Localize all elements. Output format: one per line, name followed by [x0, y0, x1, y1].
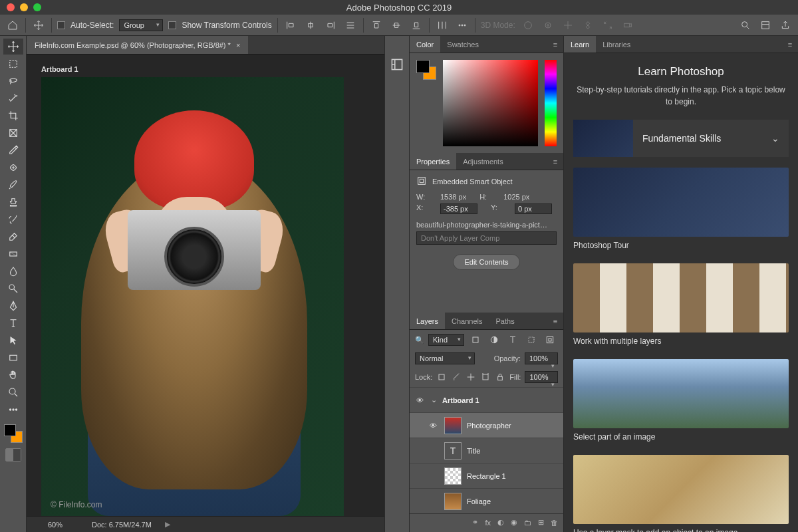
color-field[interactable] — [443, 60, 538, 146]
distribute-icon[interactable] — [435, 18, 450, 33]
zoom-window-button[interactable] — [33, 3, 41, 11]
eraser-tool[interactable] — [3, 229, 23, 245]
filter-adjustment-icon[interactable] — [487, 332, 501, 347]
path-selection-tool[interactable] — [3, 332, 23, 348]
chevron-down-icon[interactable]: ⌄ — [431, 396, 437, 404]
learn-body[interactable]: Learn Photoshop Step-by-step tutorials d… — [564, 53, 798, 532]
opacity-input[interactable]: 100% — [525, 352, 558, 364]
history-brush-tool[interactable] — [3, 211, 23, 227]
quick-mask-toggle[interactable] — [5, 448, 21, 462]
prop-x-input[interactable] — [440, 203, 477, 214]
new-group-icon[interactable]: 🗀 — [524, 519, 531, 527]
artboard-label[interactable]: Artboard 1 — [41, 65, 78, 73]
prop-y-input[interactable] — [515, 203, 552, 214]
layer-name[interactable]: Photographer — [467, 422, 511, 430]
layer-artboard[interactable]: 👁 ⌄ Artboard 1 — [410, 387, 563, 412]
new-layer-icon[interactable]: ⊞ — [538, 518, 544, 527]
visibility-toggle-icon[interactable]: 👁 — [427, 422, 439, 430]
color-panel-fgbg[interactable] — [416, 60, 436, 80]
filter-shape-icon[interactable] — [524, 332, 539, 347]
auto-select-mode-select[interactable]: Group — [119, 19, 163, 31]
edit-toolbar-icon[interactable] — [3, 402, 23, 418]
panel-menu-icon[interactable]: ≡ — [547, 153, 563, 170]
tutorial-multiple-layers[interactable]: Work with multiple layers — [573, 263, 789, 346]
clone-stamp-tool[interactable] — [3, 194, 23, 210]
edit-contents-button[interactable]: Edit Contents — [453, 254, 519, 270]
doc-size-label[interactable]: Doc: 6.75M/24.7M — [92, 521, 152, 529]
artboard[interactable]: © FileInfo.com — [41, 77, 344, 516]
align-vcenter-icon[interactable] — [389, 18, 404, 33]
share-icon[interactable] — [778, 18, 793, 33]
zoom-tool[interactable] — [3, 384, 23, 400]
layer-name[interactable]: Title — [467, 447, 480, 455]
rectangle-tool[interactable] — [3, 350, 23, 366]
collapsed-panel-icon[interactable] — [388, 56, 406, 70]
canvas[interactable]: Artboard 1 © FileInfo.com — [27, 55, 384, 516]
layer-style-icon[interactable]: fx — [485, 519, 491, 527]
foreground-color-swatch[interactable] — [4, 424, 16, 436]
lock-artboard-icon[interactable] — [480, 370, 491, 384]
layer-thumbnail[interactable] — [444, 467, 462, 485]
lock-transparency-icon[interactable] — [436, 370, 447, 384]
foreground-background-colors[interactable] — [4, 424, 23, 443]
search-icon[interactable]: 🔍 — [415, 336, 424, 344]
align-bottom-icon[interactable] — [409, 18, 424, 33]
lock-pixels-icon[interactable] — [451, 370, 462, 384]
lock-position-icon[interactable] — [466, 370, 476, 384]
layer-thumbnail[interactable] — [444, 493, 462, 510]
gradient-tool[interactable] — [3, 246, 23, 262]
blur-tool[interactable] — [3, 263, 23, 279]
auto-select-checkbox[interactable] — [57, 21, 65, 29]
pen-tool[interactable] — [3, 298, 23, 314]
tab-learn[interactable]: Learn — [564, 36, 596, 53]
marquee-tool[interactable] — [3, 56, 23, 72]
frame-tool[interactable] — [3, 125, 23, 141]
panel-menu-icon[interactable]: ≡ — [782, 36, 798, 53]
more-options-icon[interactable] — [455, 18, 469, 33]
layer-comp-select[interactable]: Don't Apply Layer Comp — [416, 231, 557, 245]
dodge-tool[interactable] — [3, 281, 23, 297]
move-tool[interactable] — [3, 39, 23, 55]
magic-wand-tool[interactable] — [3, 90, 23, 106]
layer-name[interactable]: Artboard 1 — [442, 396, 479, 404]
close-document-icon[interactable]: × — [236, 41, 240, 49]
move-tool-indicator-icon[interactable] — [31, 18, 46, 33]
tab-libraries[interactable]: Libraries — [596, 36, 637, 53]
home-button[interactable] — [5, 18, 20, 33]
layer-thumbnail[interactable] — [444, 417, 462, 434]
filter-type-icon[interactable] — [505, 332, 520, 347]
tab-properties[interactable]: Properties — [410, 153, 456, 170]
align-top-icon[interactable] — [369, 18, 384, 33]
learn-section-fundamental[interactable]: Fundamental Skills ⌄ — [573, 120, 789, 157]
healing-brush-tool[interactable] — [3, 160, 23, 176]
tutorial-select-part[interactable]: Select part of an image — [573, 359, 789, 442]
tab-channels[interactable]: Channels — [445, 313, 489, 329]
align-left-icon[interactable] — [283, 18, 298, 33]
tab-adjustments[interactable]: Adjustments — [456, 153, 510, 170]
hand-tool[interactable] — [3, 367, 23, 383]
blend-mode-select[interactable]: Normal — [415, 352, 475, 364]
link-layers-icon[interactable]: ⚭ — [472, 518, 478, 527]
align-hcenter-icon[interactable] — [303, 18, 318, 33]
minimize-window-button[interactable] — [20, 3, 28, 11]
delete-layer-icon[interactable]: 🗑 — [551, 519, 558, 527]
workspace-switcher-icon[interactable] — [758, 18, 773, 33]
panel-menu-icon[interactable]: ≡ — [547, 36, 563, 53]
layer-filter-select[interactable]: Kind — [428, 334, 464, 346]
filter-smartobject-icon[interactable] — [543, 332, 557, 347]
show-transform-checkbox[interactable] — [168, 21, 176, 29]
close-window-button[interactable] — [7, 3, 15, 11]
lock-all-icon[interactable] — [495, 370, 505, 384]
filter-pixel-icon[interactable] — [468, 332, 483, 347]
layer-mask-icon[interactable]: ◐ — [497, 518, 504, 527]
tutorial-photoshop-tour[interactable]: Photoshop Tour — [573, 168, 789, 250]
tab-layers[interactable]: Layers — [410, 313, 445, 329]
zoom-level[interactable]: 60% — [32, 521, 78, 529]
new-fill-layer-icon[interactable]: ◉ — [511, 518, 517, 527]
layer-rectangle[interactable]: Rectangle 1 — [410, 463, 563, 488]
search-icon[interactable] — [738, 18, 753, 33]
layer-photographer[interactable]: 👁 Photographer — [410, 412, 563, 438]
crop-tool[interactable] — [3, 108, 23, 124]
layer-name[interactable]: Foliage — [467, 497, 491, 505]
tab-paths[interactable]: Paths — [489, 313, 521, 329]
